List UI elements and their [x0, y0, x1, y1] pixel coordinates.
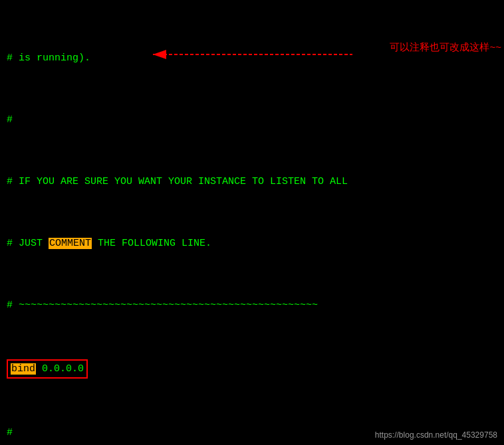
bind-highlight-1: bind [11, 363, 36, 375]
line-3: # IF YOU ARE SURE YOU WANT YOUR INSTANCE… [7, 174, 497, 189]
line-1: # is running). [7, 50, 497, 66]
line-2: # [7, 112, 497, 128]
line-6: bind 0.0.0.0 [7, 359, 497, 379]
line-5: # ~~~~~~~~~~~~~~~~~~~~~~~~~~~~~~~~~~~~~~… [7, 298, 497, 313]
watermark: https://blog.csdn.net/qq_45329758 [375, 430, 497, 440]
line-4: # JUST COMMENT THE FOLLOWING LINE. [7, 236, 497, 251]
comment-highlight: COMMENT [49, 238, 92, 249]
bind-line-box: bind 0.0.0.0 [7, 359, 88, 379]
code-editor: # is running). # # IF YOU ARE SURE YOU W… [0, 0, 504, 445]
